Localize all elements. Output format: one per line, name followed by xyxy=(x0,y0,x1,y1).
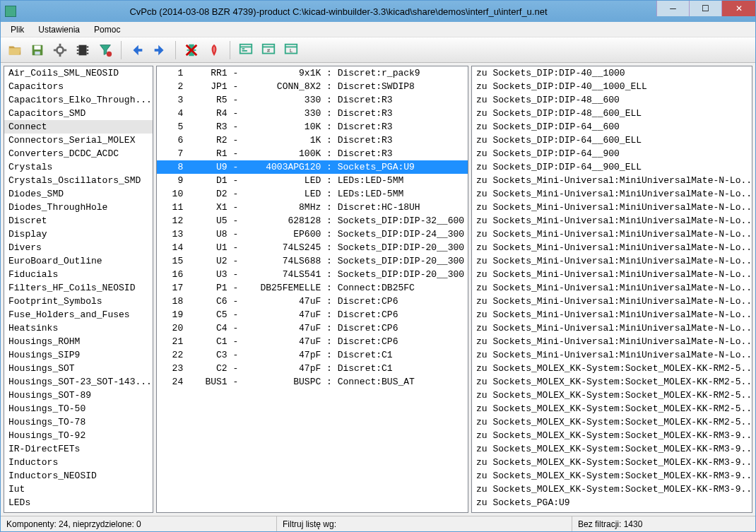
footprint-row[interactable]: zu Sockets_DIP:DIP-64__900_ELL xyxy=(472,160,752,174)
library-row[interactable]: Heatsinks xyxy=(4,321,153,335)
delete-association-icon[interactable] xyxy=(182,40,201,60)
component-row[interactable]: 12 U5 - 628128 : Sockets_DIP:DIP-32__600 xyxy=(157,214,468,227)
component-row[interactable]: 8 U9 - 4003APG120 : Sockets_PGA:U9 xyxy=(157,160,468,174)
footprint-row[interactable]: zu Sockets_DIP:DIP-48__600 xyxy=(472,93,752,107)
library-row[interactable]: Crystals xyxy=(4,160,153,174)
footprint-row[interactable]: zu Sockets_MOLEX_KK-System:Socket_MOLEX-… xyxy=(472,375,752,389)
library-row[interactable]: Housings_TO-78 xyxy=(4,415,153,429)
component-row[interactable]: 5 R3 - 10K : Discret:R3 xyxy=(157,120,468,134)
library-row[interactable]: Fiducials xyxy=(4,268,153,281)
footprint-row[interactable]: zu Sockets_Mini-Universal:MiniUniversalM… xyxy=(472,308,752,321)
footprint-row[interactable]: zu Sockets_Mini-Universal:MiniUniversalM… xyxy=(472,254,752,268)
component-row[interactable]: 20 C4 - 47uF : Discret:CP6 xyxy=(157,321,468,335)
library-row[interactable]: Housings_TO-92 xyxy=(4,429,153,442)
titlebar[interactable]: CvPcb (2014-03-08 BZR 4739)-product C:\k… xyxy=(1,1,755,22)
component-row[interactable]: 3 R5 - 330 : Discret:R3 xyxy=(157,93,468,107)
footprint-row[interactable]: zu Sockets_Mini-Universal:MiniUniversalM… xyxy=(472,348,752,362)
library-row[interactable]: LEDs xyxy=(4,496,153,509)
library-row[interactable]: Footprint_Symbols xyxy=(4,295,153,308)
component-row[interactable]: 23 C2 - 47pF : Discret:C1 xyxy=(157,362,468,375)
component-row[interactable]: 6 R2 - 1K : Discret:R3 xyxy=(157,134,468,147)
component-row[interactable]: 9 D1 - LED : LEDs:LED-5MM xyxy=(157,174,468,187)
library-row[interactable]: Converters_DCDC_ACDC xyxy=(4,147,153,160)
component-row[interactable]: 15 U2 - 74LS688 : Sockets_DIP:DIP-20__30… xyxy=(157,254,468,268)
footprint-row[interactable]: zu Sockets_MOLEX_KK-System:Socket_MOLEX-… xyxy=(472,442,752,456)
library-row[interactable]: Housings_SOT-89 xyxy=(4,389,153,402)
arrow-right-icon[interactable] xyxy=(150,40,170,60)
close-button[interactable]: ✕ xyxy=(721,1,755,16)
component-row[interactable]: 17 P1 - DB25FEMELLE : Connect:DB25FC xyxy=(157,281,468,295)
library-row[interactable]: EuroBoard_Outline xyxy=(4,254,153,268)
library-row[interactable]: Connectors_Serial_MOLEX xyxy=(4,134,153,147)
component-row[interactable]: 24 BUS1 - BUSPC : Connect:BUS_AT xyxy=(157,375,468,389)
library-row[interactable]: Diodes_SMD xyxy=(4,187,153,201)
component-list[interactable]: 1 RR1 - 9x1K : Discret:r_pack9 2 JP1 - C… xyxy=(157,66,468,512)
library-row[interactable]: Inductors xyxy=(4,456,153,469)
library-row[interactable]: Diodes_ThroughHole xyxy=(4,201,153,214)
filter-by-pin-icon[interactable]: # xyxy=(259,40,278,60)
arrow-left-icon[interactable] xyxy=(127,40,147,60)
library-row[interactable]: Divers xyxy=(4,241,153,254)
footprint-row[interactable]: zu Sockets_MOLEX_KK-System:Socket_MOLEX-… xyxy=(472,483,752,496)
library-row[interactable]: Crystals_Oscillators_SMD xyxy=(4,174,153,187)
library-row[interactable]: Inductors_NEOSID xyxy=(4,469,153,483)
footprint-row[interactable]: zu Sockets_MOLEX_KK-System:Socket_MOLEX-… xyxy=(472,389,752,402)
footprint-row[interactable]: zu Sockets_Mini-Universal:MiniUniversalM… xyxy=(472,335,752,348)
library-row[interactable]: Display xyxy=(4,227,153,241)
library-row[interactable]: Housings_SIP9 xyxy=(4,348,153,362)
footprint-row[interactable]: zu Sockets_MOLEX_KK-System:Socket_MOLEX-… xyxy=(472,469,752,483)
footprint-row[interactable]: zu Sockets_Mini-Universal:MiniUniversalM… xyxy=(472,268,752,281)
filter-toggle-icon[interactable] xyxy=(95,40,115,60)
footprint-row[interactable]: zu Sockets_MOLEX_KK-System:Socket_MOLEX-… xyxy=(472,362,752,375)
library-row[interactable]: Housings_TO-50 xyxy=(4,402,153,415)
library-row[interactable]: IR-DirectFETs xyxy=(4,442,153,456)
library-row[interactable]: Capacitors xyxy=(4,80,153,93)
footprint-row[interactable]: zu Sockets_DIP:DIP-64__600_ELL xyxy=(472,134,752,147)
component-row[interactable]: 1 RR1 - 9x1K : Discret:r_pack9 xyxy=(157,66,468,80)
footprint-row[interactable]: zu Sockets_DIP:DIP-40__1000 xyxy=(472,66,752,80)
footprint-row[interactable]: zu Sockets_Mini-Universal:MiniUniversalM… xyxy=(472,187,752,201)
component-row[interactable]: 19 C5 - 47uF : Discret:CP6 xyxy=(157,308,468,321)
maximize-button[interactable]: ☐ xyxy=(689,1,721,16)
menu-help[interactable]: Pomoc xyxy=(87,23,127,36)
component-row[interactable]: 18 C6 - 47uF : Discret:CP6 xyxy=(157,295,468,308)
footprint-row[interactable]: zu Sockets_MOLEX_KK-System:Socket_MOLEX-… xyxy=(472,456,752,469)
library-row[interactable]: Capacitors_SMD xyxy=(4,107,153,120)
component-row[interactable]: 22 C3 - 47pF : Discret:C1 xyxy=(157,348,468,362)
footprint-row[interactable]: zu Sockets_DIP:DIP-48__600_ELL xyxy=(472,107,752,120)
component-row[interactable]: 11 X1 - 8MHz : Discret:HC-18UH xyxy=(157,201,468,214)
save-icon[interactable] xyxy=(28,40,47,60)
pdf-icon[interactable] xyxy=(204,40,224,60)
footprint-row[interactable]: zu Sockets_Mini-Universal:MiniUniversalM… xyxy=(472,227,752,241)
gear-icon[interactable] xyxy=(50,40,70,60)
library-row[interactable]: Air_Coils_SML_NEOSID xyxy=(4,66,153,80)
library-row[interactable]: Connect xyxy=(4,120,153,134)
library-row[interactable]: Filters_HF_Coils_NEOSID xyxy=(4,281,153,295)
footprint-row[interactable]: zu Sockets_Mini-Universal:MiniUniversalM… xyxy=(472,241,752,254)
footprint-row[interactable]: zu Sockets_Mini-Universal:MiniUniversalM… xyxy=(472,201,752,214)
component-row[interactable]: 16 U3 - 74LS541 : Sockets_DIP:DIP-20__30… xyxy=(157,268,468,281)
library-list[interactable]: Air_Coils_SML_NEOSIDCapacitorsCapacitors… xyxy=(4,66,153,512)
library-row[interactable]: Discret xyxy=(4,214,153,227)
library-row[interactable]: Fuse_Holders_and_Fuses xyxy=(4,308,153,321)
footprint-row[interactable]: zu Sockets_DIP:DIP-40__1000_ELL xyxy=(472,80,752,93)
open-icon[interactable] xyxy=(5,40,25,60)
footprint-row[interactable]: zu Sockets_Mini-Universal:MiniUniversalM… xyxy=(472,214,752,227)
component-row[interactable]: 13 U8 - EP600 : Sockets_DIP:DIP-24__300 xyxy=(157,227,468,241)
footprint-row[interactable]: zu Sockets_Mini-Universal:MiniUniversalM… xyxy=(472,295,752,308)
library-row[interactable]: Capacitors_Elko_Through... xyxy=(4,93,153,107)
component-row[interactable]: 14 U1 - 74LS245 : Sockets_DIP:DIP-20__30… xyxy=(157,241,468,254)
library-row[interactable]: Iut xyxy=(4,483,153,496)
component-row[interactable]: 2 JP1 - CONN_8X2 : Discret:SWDIP8 xyxy=(157,80,468,93)
view-footprint-icon[interactable] xyxy=(73,40,93,60)
library-row[interactable]: Housings_ROHM xyxy=(4,335,153,348)
component-row[interactable]: 4 R4 - 330 : Discret:R3 xyxy=(157,107,468,120)
menu-file[interactable]: Plik xyxy=(4,23,31,36)
footprint-row[interactable]: zu Sockets_Mini-Universal:MiniUniversalM… xyxy=(472,281,752,295)
footprint-row[interactable]: zu Sockets_PGA:U9 xyxy=(472,496,752,509)
footprint-row[interactable]: zu Sockets_MOLEX_KK-System:Socket_MOLEX-… xyxy=(472,402,752,415)
footprint-row[interactable]: zu Sockets_MOLEX_KK-System:Socket_MOLEX-… xyxy=(472,429,752,442)
component-row[interactable]: 7 R1 - 100K : Discret:R3 xyxy=(157,147,468,160)
menu-settings[interactable]: Ustawienia xyxy=(31,23,87,36)
component-row[interactable]: 10 D2 - LED : LEDs:LED-5MM xyxy=(157,187,468,201)
